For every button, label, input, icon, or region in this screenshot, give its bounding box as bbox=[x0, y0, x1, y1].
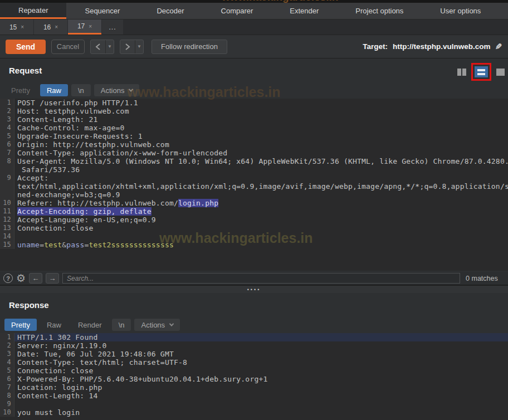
repeater-tab-15[interactable]: 15 × bbox=[0, 19, 33, 35]
line-number: 14 bbox=[0, 232, 14, 241]
repeater-tab-16[interactable]: 16 × bbox=[34, 19, 67, 35]
history-back-group: ▼ bbox=[90, 40, 114, 54]
line-number: 2 bbox=[0, 341, 14, 350]
response-title: Response bbox=[0, 293, 508, 316]
main-menu-bar: Repeater Sequencer Decoder Comparer Exte… bbox=[0, 3, 508, 19]
request-search-bar: ? ⚙ ← → 0 matches bbox=[0, 272, 508, 285]
line-number: 9 bbox=[0, 174, 14, 182]
line-number: 7 bbox=[0, 383, 14, 392]
repeater-tab-17[interactable]: 17 × bbox=[68, 19, 101, 35]
response-editor[interactable]: 1HTTP/1.1 302 Found2Server: nginx/1.19.0… bbox=[0, 333, 508, 420]
line-number: 8 bbox=[0, 392, 14, 400]
line-number: 11 bbox=[0, 207, 14, 216]
code-line: 2Server: nginx/1.19.0 bbox=[0, 341, 508, 350]
code-line: 11Accept-Encoding: gzip, deflate bbox=[0, 207, 508, 216]
code-line: 4Cache-Control: max-age=0 bbox=[0, 124, 508, 132]
request-actions-menu[interactable]: Actions bbox=[94, 84, 140, 96]
request-tab-newline[interactable]: \n bbox=[71, 84, 91, 96]
previous-match-button[interactable]: ← bbox=[29, 273, 42, 284]
close-tab-icon[interactable]: × bbox=[55, 24, 58, 30]
menu-tab-decoder[interactable]: Decoder bbox=[138, 3, 202, 19]
line-number: 4 bbox=[0, 358, 14, 367]
code-line: 5Upgrade-Insecure-Requests: 1 bbox=[0, 132, 508, 140]
code-line: 15uname=test&pass=test2ssssssssssssss bbox=[0, 241, 508, 249]
cancel-button[interactable]: Cancel bbox=[51, 40, 85, 54]
code-line: 7Location: login.php bbox=[0, 383, 508, 392]
help-icon[interactable]: ? bbox=[3, 274, 13, 283]
code-line: ned-exchange;v=b3;q=0.9 bbox=[0, 191, 508, 199]
menu-tab-extender[interactable]: Extender bbox=[271, 3, 337, 19]
forward-arrow-icon[interactable] bbox=[120, 40, 135, 53]
menu-tab-comparer[interactable]: Comparer bbox=[203, 3, 272, 19]
code-line: 7Content-Type: application/x-www-form-ur… bbox=[0, 149, 508, 157]
response-tab-raw[interactable]: Raw bbox=[40, 319, 68, 331]
line-number: 2 bbox=[0, 107, 14, 115]
back-dropdown-icon[interactable]: ▼ bbox=[105, 40, 114, 53]
line-number: 3 bbox=[0, 115, 14, 124]
line-number: 6 bbox=[0, 140, 14, 149]
code-line: 10Referer: http://testphp.vulnweb.com/lo… bbox=[0, 199, 508, 207]
response-tab-pretty[interactable]: Pretty bbox=[4, 319, 37, 331]
code-line: 12Accept-Language: en-US,en;q=0.9 bbox=[0, 216, 508, 224]
send-button[interactable]: Send bbox=[6, 40, 46, 54]
follow-redirection-button[interactable]: Follow redirection bbox=[152, 40, 227, 54]
line-number: 1 bbox=[0, 333, 14, 341]
response-tab-render[interactable]: Render bbox=[71, 319, 109, 331]
code-line: 13Connection: close bbox=[0, 224, 508, 232]
line-number bbox=[0, 191, 14, 199]
target-url: http://testphp.vulnweb.com bbox=[393, 42, 491, 51]
more-tabs-button[interactable]: ... bbox=[102, 19, 123, 35]
code-line: 1HTTP/1.1 302 Found bbox=[0, 333, 508, 341]
target-label: Target: bbox=[363, 42, 388, 51]
watermark-top-cropped: www.hackingarticles.in bbox=[222, 0, 338, 3]
request-title: Request bbox=[0, 58, 508, 82]
menu-tab-project-options[interactable]: Project options bbox=[337, 3, 422, 19]
columns-layout-icon[interactable] bbox=[457, 69, 466, 76]
code-line: 5Connection: close bbox=[0, 367, 508, 375]
history-forward-group: ▼ bbox=[120, 40, 144, 54]
rows-layout-icon[interactable] bbox=[475, 66, 488, 77]
line-number: 1 bbox=[0, 99, 14, 107]
repeater-toolbar: Send Cancel ▼ ▼ Follow redirection Targe… bbox=[0, 35, 508, 58]
line-number: 5 bbox=[0, 132, 14, 140]
line-number: 12 bbox=[0, 216, 14, 224]
menu-tab-repeater[interactable]: Repeater bbox=[0, 3, 66, 19]
annotation-red-box bbox=[471, 63, 491, 81]
code-line: 6Origin: http://testphp.vulnweb.com bbox=[0, 140, 508, 149]
response-actions-menu[interactable]: Actions bbox=[134, 319, 180, 331]
menu-tab-user-options[interactable]: User options bbox=[422, 3, 499, 19]
single-layout-icon[interactable] bbox=[496, 69, 505, 76]
code-line: 1POST /userinfo.php HTTP/1.1 bbox=[0, 99, 508, 107]
line-number: 9 bbox=[0, 400, 14, 408]
code-line: 14 bbox=[0, 232, 508, 241]
gear-icon[interactable]: ⚙ bbox=[16, 273, 26, 284]
forward-dropdown-icon[interactable]: ▼ bbox=[135, 40, 143, 53]
edit-target-pencil-icon[interactable]: ✎ bbox=[495, 42, 502, 52]
close-tab-icon[interactable]: × bbox=[89, 23, 92, 30]
next-match-button[interactable]: → bbox=[46, 273, 59, 284]
line-number: 13 bbox=[0, 224, 14, 232]
line-number: 4 bbox=[0, 124, 14, 132]
match-count: 0 matches bbox=[466, 275, 498, 282]
menu-tab-sequencer[interactable]: Sequencer bbox=[66, 3, 138, 19]
code-line: 8Content-Length: 14 bbox=[0, 392, 508, 400]
request-tab-raw[interactable]: Raw bbox=[40, 84, 68, 96]
search-input[interactable] bbox=[62, 273, 460, 284]
close-tab-icon[interactable]: × bbox=[21, 24, 24, 30]
line-number: 8 bbox=[0, 157, 14, 165]
line-number bbox=[0, 182, 14, 191]
request-tab-pretty[interactable]: Pretty bbox=[4, 84, 37, 96]
request-editor[interactable]: 1POST /userinfo.php HTTP/1.12Host: testp… bbox=[0, 99, 508, 271]
code-line: 2Host: testphp.vulnweb.com bbox=[0, 107, 508, 115]
code-line: 9 bbox=[0, 400, 508, 408]
response-panel: Response Pretty Raw Render \n Actions 1H… bbox=[0, 293, 508, 420]
layout-switcher bbox=[457, 63, 505, 81]
code-line: Safari/537.36 bbox=[0, 165, 508, 174]
chevron-down-icon bbox=[129, 87, 133, 91]
response-tab-newline[interactable]: \n bbox=[112, 319, 131, 331]
panel-splitter-handle[interactable]: •••• bbox=[0, 285, 508, 293]
code-line: 3Date: Tue, 06 Jul 2021 19:48:06 GMT bbox=[0, 350, 508, 358]
back-arrow-icon[interactable] bbox=[91, 40, 105, 53]
code-line: 4Content-Type: text/html; charset=UTF-8 bbox=[0, 358, 508, 367]
line-number bbox=[0, 165, 14, 174]
